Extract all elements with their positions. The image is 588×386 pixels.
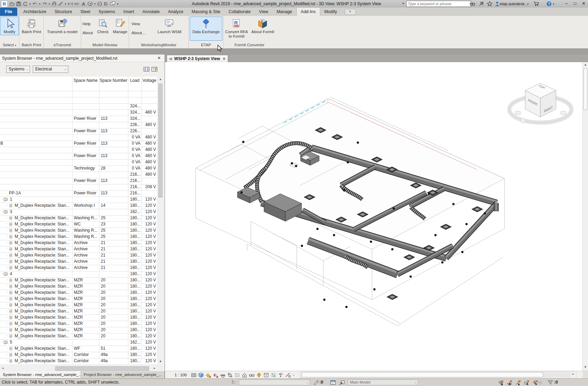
fixture-dot[interactable] [323, 299, 325, 301]
table-row[interactable] [0, 85, 157, 91]
table-row[interactable]: ┈M_Duplex Receptacle: Stan...MZR20180...… [0, 296, 157, 302]
visual-style-icon[interactable] [198, 372, 204, 378]
table-row[interactable] [0, 97, 157, 104]
scroll-left-icon[interactable]: ◂ [1, 366, 5, 371]
table-row[interactable]: ┈M_Duplex Receptacle: Stan...MZR20180...… [0, 321, 157, 327]
view-selector-dropdown[interactable]: Systems⌄ [6, 66, 30, 73]
column-settings-icon[interactable] [151, 66, 158, 73]
editing-requests-icon[interactable] [313, 379, 319, 386]
table-row[interactable]: ┈3162...120 V [0, 209, 157, 215]
table-row[interactable]: 0 VA480 V [0, 159, 157, 166]
table-row[interactable]: BPower Riser1130 VA480 V [0, 141, 157, 147]
measure-icon[interactable] [58, 1, 63, 7]
fixture-dot[interactable] [370, 241, 372, 243]
canvas-hscrollbar[interactable]: ▸ [300, 371, 577, 379]
ribbon-tab-systems[interactable]: Systems [94, 8, 119, 16]
ribbon-tab-insert[interactable]: Insert [119, 8, 138, 16]
modify-button[interactable]: Modify [0, 17, 19, 35]
ribbon-tab-architecture[interactable]: Architecture [19, 8, 51, 16]
table-row[interactable]: ┈M_Duplex Receptacle: Stan...MZR20180...… [0, 333, 157, 340]
table-hscrollbar[interactable]: ◂ ▸ [0, 365, 157, 371]
hscroll-thumb[interactable] [55, 366, 149, 371]
section-icon[interactable] [97, 1, 102, 7]
search-expand-icon[interactable]: ▸ [403, 1, 404, 5]
table-row[interactable]: ┈M_Duplex Receptacle: Stan...MZR20180...… [0, 315, 157, 321]
column-header-voltage[interactable]: Voltage [141, 77, 157, 85]
fixture-dot[interactable] [428, 193, 430, 195]
displaced-elements-icon[interactable] [278, 372, 284, 378]
ribbon-tab-analyze[interactable]: Analyze [164, 8, 187, 16]
select-underlay-elements-toggle-icon[interactable] [507, 380, 512, 386]
fixture-dot[interactable] [301, 245, 303, 247]
system-browser-close-icon[interactable]: ✕ [156, 56, 162, 61]
detail-level-icon[interactable] [191, 372, 197, 378]
redo-icon[interactable] [42, 1, 47, 7]
fixture-dot[interactable] [461, 251, 463, 253]
close-button[interactable]: ✕ [580, 0, 588, 8]
favorites-star-icon[interactable] [487, 1, 493, 7]
design-options-pick-icon[interactable] [339, 379, 345, 386]
ribbon-tab-view[interactable]: View [255, 8, 273, 16]
filter-count[interactable]: :0 [554, 379, 558, 386]
table-row[interactable] [0, 91, 157, 97]
view-tab-close-icon[interactable]: ✕ [223, 57, 226, 61]
table-row[interactable]: ┈M_Duplex Receptacle: Stan...MZR20180...… [0, 283, 157, 290]
table-row[interactable]: 216...480 V [0, 172, 157, 178]
help-search-input[interactable] [406, 1, 471, 7]
reveal-hidden-icon[interactable] [256, 372, 262, 378]
column-header-space-name[interactable]: Space Name [72, 77, 99, 85]
table-row[interactable]: ┈5162...120 V [0, 339, 157, 346]
crop-view-icon[interactable] [227, 372, 233, 378]
wsm-view-button[interactable]: View [131, 22, 140, 26]
canvas-vscrollbar[interactable]: ▲ ▼ [582, 62, 588, 371]
search-icon[interactable] [469, 1, 476, 7]
fixture-dot[interactable] [484, 212, 486, 214]
table-row[interactable]: ┈M_Duplex Receptacle: Stan...Archive2118… [0, 265, 157, 271]
scroll-down-icon[interactable]: ▼ [158, 360, 163, 365]
table-row[interactable]: ┈M_Duplex Receptacle: Stan...MZR20180...… [0, 277, 157, 284]
default-3d-view-caret-icon[interactable]: ▾ [94, 2, 96, 6]
fixture-dot[interactable] [393, 208, 395, 210]
column-header-load[interactable]: Load [128, 77, 141, 85]
redo-caret-icon[interactable]: ▾ [49, 2, 50, 6]
ribbon-tab-modify[interactable]: Modify [320, 8, 341, 16]
table-row[interactable]: 226...480 V [0, 122, 157, 128]
launch-wsm-button[interactable]: Launch WSM [151, 17, 187, 35]
tab-project-browser[interactable]: Project Browser - rme_advanced_sample_..… [81, 371, 165, 378]
discipline-selector-dropdown[interactable]: Electrical⌄ [33, 66, 68, 73]
default-3d-view-icon[interactable] [87, 1, 93, 7]
table-row[interactable]: ┈M_Duplex Receptacle: Stan...Archive2118… [0, 259, 157, 265]
fixture-dot[interactable] [345, 306, 347, 308]
undo-icon[interactable] [32, 1, 38, 7]
convert-rfa-button[interactable]: Convert RFA to FormIt [224, 17, 249, 40]
ribbon-tab-steel[interactable]: Steel [76, 8, 95, 16]
locked-view-icon[interactable] [242, 372, 247, 378]
fixture-dot[interactable] [291, 162, 293, 164]
table-row[interactable]: ┈M_Duplex Receptacle: Stan...WF51180...1… [0, 346, 157, 352]
text-icon[interactable] [81, 1, 86, 7]
scroll-right-icon[interactable]: ▸ [153, 366, 157, 371]
app-store-cart-icon[interactable] [533, 1, 539, 7]
view-tab[interactable]: WSHP 2-3 System View ✕ [167, 55, 228, 62]
account-name[interactable]: etap.autodesk... [500, 0, 528, 8]
fixture-dot[interactable] [410, 276, 412, 278]
fixture-dot[interactable] [347, 161, 349, 163]
compass-rotate-handle[interactable] [521, 118, 526, 123]
about-button[interactable]: About [82, 31, 93, 35]
canvas-scroll-up-icon[interactable]: ▲ [583, 63, 588, 67]
fixture-dot[interactable] [391, 248, 393, 250]
sun-path-icon[interactable] [205, 372, 211, 378]
canvas-scroll-down-icon[interactable]: ▼ [583, 365, 588, 370]
help-icon[interactable] [546, 1, 552, 7]
data-exchange-button[interactable]: Data Exchange [190, 17, 222, 41]
tag-icon[interactable] [74, 1, 80, 7]
reveal-constraints-icon[interactable] [285, 372, 291, 378]
table-row[interactable]: Power Riser113324... [0, 116, 157, 122]
filter-icon[interactable] [547, 379, 553, 386]
table-row[interactable]: Technology280 VA480 V [0, 165, 157, 172]
table-row[interactable]: ┈M_Duplex Receptacle: Stan...MZR20180...… [0, 308, 157, 315]
table-row[interactable]: ┈M_Duplex Receptacle: Stan...MZR20180...… [0, 290, 157, 296]
revit-logo-icon[interactable]: R [1, 1, 8, 7]
switch-windows-caret-icon[interactable]: ▾ [117, 2, 118, 6]
table-row[interactable]: ┈M_Duplex Receptacle: Stan...MZR20180...… [0, 302, 157, 309]
